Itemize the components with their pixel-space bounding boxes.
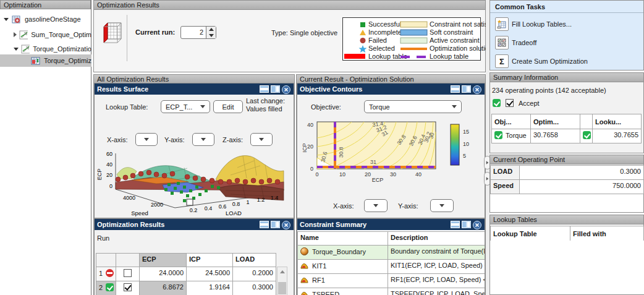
op-row-load-value[interactable]: 0.3000 — [519, 165, 644, 180]
close-icon[interactable] — [473, 85, 482, 93]
row2-ecp[interactable]: 6.8672 — [139, 281, 187, 295]
expander-open-icon[interactable] — [14, 48, 19, 51]
tradeoff-task[interactable]: Tradeoff — [495, 35, 536, 50]
objective-contours-title: Objective Contours — [300, 85, 451, 93]
x-tick: 0 — [315, 171, 318, 177]
col-header-icp[interactable]: ICP — [186, 253, 233, 267]
current-run-label: Current run: — [135, 28, 175, 36]
split-horizontal-icon[interactable] — [451, 221, 460, 228]
accept-checkbox[interactable] — [506, 99, 514, 107]
contour-x-axis-dropdown[interactable] — [364, 199, 388, 212]
objective-value: Torque — [369, 103, 448, 111]
summary-col-looku[interactable]: Looku... — [592, 114, 642, 129]
constraint-col-description[interactable]: Description — [388, 231, 485, 246]
current-run-value[interactable]: 2 — [181, 27, 206, 38]
selected-point-marker[interactable] — [187, 199, 193, 205]
split-vertical-icon[interactable] — [462, 85, 471, 93]
summary-header: Summary Information — [490, 73, 643, 82]
constraint-col-name[interactable]: Name — [297, 231, 388, 246]
x-axis-label: X-axis: — [107, 136, 128, 143]
row-number: 2 — [99, 284, 103, 291]
spinner-up-button[interactable] — [206, 27, 216, 33]
col-header-load[interactable]: LOAD — [232, 253, 276, 267]
fill-lookup-tables-task[interactable]: Fill Lookup Tables... — [495, 17, 572, 32]
edit-button[interactable]: Edit — [213, 100, 243, 113]
legend-label-failed: Failed — [368, 36, 387, 44]
row-number: 1 — [99, 270, 103, 277]
expander-open-icon[interactable] — [4, 18, 9, 21]
tree-item-torque-optimization[interactable]: Torque_Optimizatio — [0, 43, 91, 55]
scroll-up-button[interactable] — [278, 267, 287, 276]
split-horizontal-icon[interactable] — [260, 221, 269, 228]
current-run-spinner[interactable]: 2 — [180, 26, 216, 39]
row1-ecp[interactable]: 24.0000 — [139, 267, 187, 281]
z-axis-dropdown[interactable] — [250, 133, 273, 146]
y-axis-dropdown[interactable] — [192, 133, 214, 146]
col-header-ecp[interactable]: ECP — [139, 253, 187, 267]
summary-lookup-status-cell[interactable] — [580, 129, 593, 143]
lookup-table-dropdown[interactable]: ECP_T... — [161, 100, 210, 113]
row2-header[interactable]: 2 — [96, 281, 116, 295]
legend-label-active-constraint: Active constraint — [430, 36, 480, 44]
tree-item-gasolineOneStage[interactable]: gasolineOneStage — [0, 13, 91, 25]
accept-checkbox-unchecked[interactable] — [124, 269, 132, 277]
legend-label-selected: Selected — [368, 45, 395, 52]
objective-dropdown[interactable]: Torque — [364, 100, 462, 113]
constraint-desc[interactable]: KIT1(ECP, ICP, LOAD, Speed) <= — [388, 259, 485, 274]
contour-y-axis-dropdown[interactable] — [430, 199, 454, 212]
summary-optimized-value[interactable]: 30.7658 — [530, 129, 580, 143]
table-scrollbar[interactable] — [277, 267, 287, 295]
split-horizontal-icon[interactable] — [451, 85, 460, 93]
chevron-down-icon — [439, 204, 444, 207]
create-sum-optimization-task[interactable]: Σ Create Sum Optimization — [495, 54, 588, 69]
legend-label-incomplete: Incomplete — [368, 28, 402, 36]
split-vertical-icon[interactable] — [271, 85, 280, 93]
lookup-col-filled[interactable]: Filled with — [570, 226, 644, 241]
accept-checkbox-checked[interactable] — [124, 283, 132, 291]
split-vertical-icon[interactable] — [462, 221, 471, 228]
edit-button-label: Edit — [222, 103, 234, 111]
constraint-row-rf1[interactable]: RF1 — [297, 273, 388, 288]
row1-header[interactable]: 1 — [96, 267, 116, 281]
close-icon[interactable] — [473, 221, 482, 228]
row2-icp[interactable]: 1.9164 — [186, 281, 233, 295]
fill-table-icon — [495, 17, 509, 31]
summary-lookup-value[interactable]: 30.7655 — [592, 129, 642, 143]
load-tick: 1 — [246, 199, 249, 205]
load-tick: 0.6 — [219, 203, 227, 210]
spinner-down-button[interactable] — [206, 33, 216, 39]
x-axis-dropdown[interactable] — [135, 133, 158, 146]
constraint-desc[interactable]: TSPEED(ECP, ICP, LOAD, Spe — [388, 288, 485, 295]
tree-item-sum-torque[interactable]: Sum_Torque_Optim — [0, 28, 91, 41]
constraint-desc[interactable]: RF1(ECP, ICP, LOAD, Speed) <= — [388, 273, 485, 288]
constraint-row-kit1[interactable]: KIT1 — [297, 259, 388, 274]
op-row-speed-label: Speed — [490, 179, 520, 194]
lookup-cube-icon — [100, 17, 125, 46]
expander-closed-icon[interactable] — [14, 32, 17, 37]
tree-item-label: Torque_Optimizatio — [33, 45, 91, 53]
op-row-speed-value[interactable]: 750.0000 — [519, 179, 644, 194]
lookup-col-table[interactable]: Lookup Table — [490, 226, 570, 241]
results-surface-3d-plot[interactable]: 60 40 20 0 ECP — [95, 147, 294, 218]
split-horizontal-icon[interactable] — [260, 85, 269, 93]
scrollbar-thumb[interactable] — [278, 282, 286, 294]
row1-load[interactable]: 0.2000 — [232, 267, 276, 281]
row1-accept-cell[interactable] — [116, 267, 140, 281]
constraint-row-torque-boundary[interactable]: Torque_Boundary — [297, 245, 388, 260]
row1-icp[interactable]: 24.5000 — [186, 267, 233, 281]
close-icon[interactable] — [282, 85, 291, 93]
split-vertical-icon[interactable] — [271, 221, 280, 228]
summary-col-optim[interactable]: Optim... — [530, 114, 580, 129]
tree-item-torque-output-selected[interactable]: Torque_Optimiz — [0, 54, 91, 67]
row2-accept-cell[interactable] — [116, 281, 140, 295]
constraint-desc[interactable]: Boundary constraint of Torque(E — [388, 245, 485, 260]
legend-label-optimization-solution: Optimization solution — [430, 45, 493, 52]
constraint-row-tspeed[interactable]: TSPEED — [297, 288, 388, 295]
project-icon — [11, 15, 22, 24]
legend-label-successful: Successful — [368, 20, 401, 28]
row2-load[interactable]: 0.3000 — [232, 281, 276, 295]
objective-contour-plot[interactable]: 31.4 31.2 31 30.8 30.6 30.4 30.2 30 30.6… — [302, 119, 481, 189]
summary-objective-cell[interactable]: Torque — [491, 129, 531, 143]
summary-col-obj[interactable]: Obj... — [491, 114, 531, 129]
close-icon[interactable] — [282, 221, 291, 228]
